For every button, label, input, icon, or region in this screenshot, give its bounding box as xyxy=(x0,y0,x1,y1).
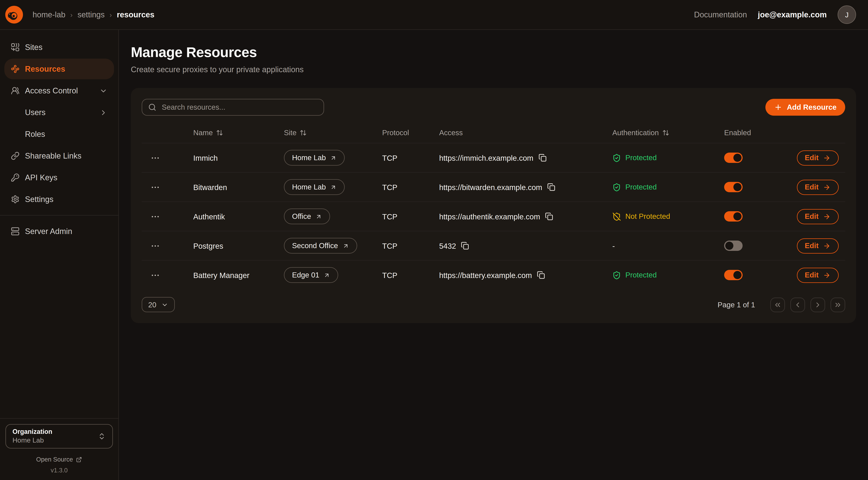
edit-button[interactable]: Edit xyxy=(797,268,839,283)
breadcrumb-org[interactable]: home-lab xyxy=(33,10,65,19)
add-resource-button[interactable]: Add Resource xyxy=(766,99,845,116)
edit-button[interactable]: Edit xyxy=(797,238,839,253)
site-link-chip[interactable]: Second Office xyxy=(284,238,357,253)
table-row: Immich Home Lab TCP https://immich.examp… xyxy=(142,143,845,172)
column-header-authentication[interactable]: Authentication xyxy=(612,128,724,137)
app: home-lab › settings › resources Document… xyxy=(0,0,868,480)
column-header-enabled: Enabled xyxy=(724,128,792,137)
version-label: v1.3.0 xyxy=(5,467,113,474)
pangolin-logo-icon[interactable] xyxy=(4,5,24,24)
table-body: Immich Home Lab TCP https://immich.examp… xyxy=(142,143,845,290)
row-actions-button[interactable] xyxy=(150,153,160,163)
combine-icon xyxy=(11,43,20,52)
copy-button[interactable] xyxy=(545,212,553,220)
avatar[interactable]: J xyxy=(838,5,856,24)
auth-badge: Protected xyxy=(612,271,657,279)
first-page-button[interactable] xyxy=(770,297,785,312)
arrow-up-right-icon xyxy=(330,184,337,190)
org-selector[interactable]: Organization Home Lab xyxy=(5,424,113,449)
search-icon xyxy=(148,103,156,111)
search-input[interactable] xyxy=(161,102,317,112)
row-actions-button[interactable] xyxy=(150,212,160,221)
column-header-name[interactable]: Name xyxy=(193,128,284,137)
chevron-down-icon xyxy=(99,87,107,95)
external-link-icon xyxy=(76,456,82,462)
resources-card: Add Resource NameSiteProtocolAccessAuthe… xyxy=(131,88,856,323)
documentation-link[interactable]: Documentation xyxy=(694,10,747,19)
sidebar-divider xyxy=(0,215,118,216)
shield-off-icon xyxy=(612,212,621,221)
enabled-toggle[interactable] xyxy=(724,270,743,280)
column-header-site[interactable]: Site xyxy=(284,128,382,137)
page-size-select[interactable]: 20 xyxy=(142,297,175,312)
chevrons-left-icon xyxy=(774,301,782,309)
resource-access: https://bitwarden.example.com xyxy=(439,183,542,191)
resources-table: NameSiteProtocolAccessAuthenticationEnab… xyxy=(142,122,845,290)
resource-protocol: TCP xyxy=(382,212,439,221)
site-link-chip[interactable]: Home Lab xyxy=(284,150,345,166)
breadcrumb-settings[interactable]: settings xyxy=(78,10,104,19)
resource-access: https://immich.example.com xyxy=(439,153,533,162)
copy-button[interactable] xyxy=(547,183,555,191)
sidebar-item-label: Users xyxy=(25,108,45,117)
edit-button[interactable]: Edit xyxy=(797,180,839,195)
enabled-toggle[interactable] xyxy=(724,241,743,251)
row-actions-button[interactable] xyxy=(150,182,160,192)
sidebar-item-shareable-links[interactable]: Shareable Links xyxy=(4,146,114,166)
sidebar-item-users[interactable]: Users xyxy=(4,102,114,123)
open-source-link[interactable]: Open Source xyxy=(5,456,113,462)
site-link-chip[interactable]: Edge 01 xyxy=(284,267,338,283)
sidebar-item-label: Sites xyxy=(25,43,42,52)
arrow-up-right-icon xyxy=(330,155,337,161)
edit-button[interactable]: Edit xyxy=(797,209,839,224)
resource-access: https://battery.example.com xyxy=(439,271,532,279)
copy-button[interactable] xyxy=(538,154,547,162)
edit-button[interactable]: Edit xyxy=(797,150,839,166)
last-page-button[interactable] xyxy=(831,297,845,312)
breadcrumb-resources[interactable]: resources xyxy=(117,10,154,19)
copy-icon xyxy=(537,271,545,279)
sidebar-item-label: Shareable Links xyxy=(25,151,82,160)
row-actions-button[interactable] xyxy=(150,270,160,280)
sidebar-item-api-keys[interactable]: API Keys xyxy=(4,167,114,188)
enabled-toggle[interactable] xyxy=(724,182,743,192)
page-subtitle: Create secure proxies to your private ap… xyxy=(131,65,856,74)
users-icon xyxy=(11,86,20,95)
prev-page-button[interactable] xyxy=(790,297,805,312)
copy-button[interactable] xyxy=(537,271,545,279)
arrow-up-right-icon xyxy=(342,243,349,249)
chevrons-right-icon xyxy=(834,301,842,309)
enabled-toggle[interactable] xyxy=(724,211,743,221)
column-header-protocol: Protocol xyxy=(382,128,439,137)
resource-access: 5432 xyxy=(439,241,456,250)
sidebar-item-server-admin[interactable]: Server Admin xyxy=(4,221,114,242)
shield-check-icon xyxy=(612,271,621,279)
row-actions-button[interactable] xyxy=(150,241,160,251)
enabled-toggle[interactable] xyxy=(724,153,743,163)
resource-name: Immich xyxy=(193,153,284,162)
arrow-right-icon xyxy=(823,213,831,220)
org-selector-value: Home Lab xyxy=(12,436,52,445)
sidebar-item-sites[interactable]: Sites xyxy=(4,37,114,58)
sidebar-item-access-control[interactable]: Access Control xyxy=(4,80,114,101)
copy-icon xyxy=(538,154,547,162)
open-source-label: Open Source xyxy=(36,456,73,462)
column-header-access: Access xyxy=(439,128,612,137)
breadcrumb-separator: › xyxy=(110,11,112,19)
resource-protocol: TCP xyxy=(382,153,439,162)
sidebar-item-resources[interactable]: Resources xyxy=(4,59,114,79)
site-link-chip[interactable]: Home Lab xyxy=(284,179,345,195)
sidebar-item-settings[interactable]: Settings xyxy=(4,189,114,210)
arrow-right-icon xyxy=(823,183,831,191)
auth-badge: Protected xyxy=(612,183,657,191)
site-link-chip[interactable]: Office xyxy=(284,209,330,224)
sidebar-item-label: Server Admin xyxy=(25,227,72,236)
sidebar-nav: SitesResourcesAccess ControlUsersRolesSh… xyxy=(0,30,118,418)
sidebar-item-label: Settings xyxy=(25,195,53,204)
next-page-button[interactable] xyxy=(810,297,825,312)
sidebar-item-roles[interactable]: Roles xyxy=(4,124,114,144)
chevrons-up-down-icon xyxy=(98,432,106,440)
chevron-left-icon xyxy=(794,301,802,309)
user-email[interactable]: joe@example.com xyxy=(758,10,827,19)
copy-button[interactable] xyxy=(461,242,469,250)
